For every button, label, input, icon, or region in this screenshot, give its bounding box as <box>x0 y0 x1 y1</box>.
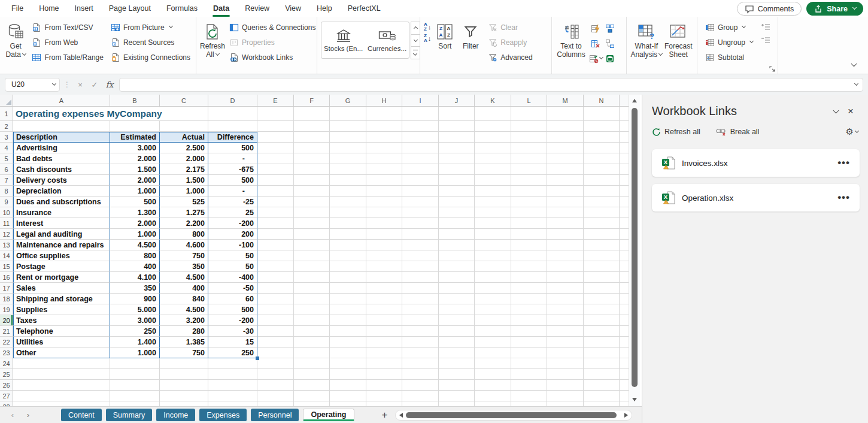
cell-I6[interactable] <box>402 164 439 175</box>
cell-H4[interactable] <box>366 143 402 153</box>
cell-F24[interactable] <box>294 358 330 369</box>
cell-I1[interactable] <box>402 107 439 121</box>
cell-F17[interactable] <box>294 283 330 294</box>
cell-I12[interactable] <box>402 229 439 240</box>
cell-C11[interactable]: 2.200 <box>160 218 208 229</box>
cell-filler9[interactable] <box>620 197 629 207</box>
cell-H21[interactable] <box>366 326 402 337</box>
row-header-11[interactable]: 11 <box>0 218 13 229</box>
cell-F22[interactable] <box>294 337 330 348</box>
scroll-down-icon[interactable] <box>632 398 637 401</box>
row-header-2[interactable]: 2 <box>0 121 13 132</box>
vertical-scrollbar[interactable] <box>629 95 640 406</box>
cell-N2[interactable] <box>584 121 620 132</box>
menu-tab-data[interactable]: Data <box>205 0 237 17</box>
cell-D22[interactable]: 15 <box>208 337 257 348</box>
cell-I3[interactable] <box>402 132 439 143</box>
cell-D12[interactable]: 200 <box>208 229 257 240</box>
cell-N12[interactable] <box>584 229 620 240</box>
linked-workbook-card[interactable]: X! Operation.xlsx ••• <box>652 184 860 212</box>
cell-I10[interactable] <box>402 207 439 218</box>
column-header-B[interactable]: B <box>110 95 160 107</box>
sort-ascending-button[interactable]: AZ↓ <box>424 22 431 32</box>
row-header-4[interactable]: 4 <box>0 143 13 153</box>
row-header-19[interactable]: 19 <box>0 304 13 315</box>
cell-B23[interactable]: 1.000 <box>110 348 160 358</box>
cell-F14[interactable] <box>294 250 330 261</box>
cell-N13[interactable] <box>584 240 620 250</box>
cell-K6[interactable] <box>475 164 511 175</box>
row-header-20[interactable]: 20 <box>0 315 13 326</box>
cell-N20[interactable] <box>584 315 620 326</box>
what-if-analysis-button[interactable]: ? What-If Analysis <box>630 20 663 59</box>
cell-I27[interactable] <box>402 391 439 401</box>
cell-F10[interactable] <box>294 207 330 218</box>
cell-M16[interactable] <box>547 272 584 283</box>
cell-B10[interactable]: 1.300 <box>110 207 160 218</box>
cell-filler19[interactable] <box>620 304 629 315</box>
break-all-links-button[interactable]: Break all <box>716 128 760 136</box>
workbook-links-button[interactable]: Workbook Links <box>226 50 318 65</box>
cell-D17[interactable]: -50 <box>208 283 257 294</box>
cell-B12[interactable]: 1.000 <box>110 229 160 240</box>
cell-G1[interactable] <box>330 107 366 121</box>
cell-D23[interactable]: 250 <box>208 348 257 358</box>
cell-E17[interactable] <box>257 283 294 294</box>
cell-K13[interactable] <box>475 240 511 250</box>
cell-K3[interactable] <box>475 132 511 143</box>
row-header-5[interactable]: 5 <box>0 153 13 164</box>
get-data-button[interactable]: Get Data <box>4 20 28 59</box>
cell-A12[interactable]: Legal and auditing <box>13 229 110 240</box>
flash-fill-button[interactable] <box>588 21 603 36</box>
cell-F23[interactable] <box>294 348 330 358</box>
cell-D7[interactable]: 500 <box>208 175 257 186</box>
cell-D4[interactable]: 500 <box>208 143 257 153</box>
cell-J17[interactable] <box>439 283 475 294</box>
cell-D20[interactable]: -200 <box>208 315 257 326</box>
cell-D11[interactable]: -200 <box>208 218 257 229</box>
cell-J2[interactable] <box>439 121 475 132</box>
cell-A5[interactable]: Bad debts <box>13 153 110 164</box>
cell-J16[interactable] <box>439 272 475 283</box>
enter-icon[interactable]: ✓ <box>89 80 100 89</box>
cell-M22[interactable] <box>547 337 584 348</box>
cell-H19[interactable] <box>366 304 402 315</box>
cell-I16[interactable] <box>402 272 439 283</box>
cell-filler27[interactable] <box>620 391 629 401</box>
cell-E2[interactable] <box>257 121 294 132</box>
row-header-18[interactable]: 18 <box>0 294 13 304</box>
cell-H12[interactable] <box>366 229 402 240</box>
cell-J4[interactable] <box>439 143 475 153</box>
cell-M1[interactable] <box>547 107 584 121</box>
cell-D21[interactable]: -30 <box>208 326 257 337</box>
cell-filler8[interactable] <box>620 186 629 197</box>
cell-G16[interactable] <box>330 272 366 283</box>
cell-J24[interactable] <box>439 358 475 369</box>
cell-N9[interactable] <box>584 197 620 207</box>
cell-M26[interactable] <box>547 380 584 391</box>
cell-J18[interactable] <box>439 294 475 304</box>
cell-G11[interactable] <box>330 218 366 229</box>
cell-F4[interactable] <box>294 143 330 153</box>
vertical-scrollbar-thumb[interactable] <box>632 108 638 387</box>
row-header-3[interactable]: 3 <box>0 132 13 143</box>
cell-M15[interactable] <box>547 261 584 272</box>
menu-tab-home[interactable]: Home <box>31 0 66 17</box>
cell-N28[interactable] <box>584 401 620 406</box>
refresh-all-button[interactable]: Refresh All <box>200 20 225 59</box>
cell-B26[interactable] <box>110 380 160 391</box>
cell-G17[interactable] <box>330 283 366 294</box>
group-button[interactable]: Group <box>702 20 756 35</box>
cell-G7[interactable] <box>330 175 366 186</box>
cell-A4[interactable]: Advertising <box>13 143 110 153</box>
cell-K9[interactable] <box>475 197 511 207</box>
cell-N11[interactable] <box>584 218 620 229</box>
cell-F19[interactable] <box>294 304 330 315</box>
cell-B17[interactable]: 350 <box>110 283 160 294</box>
cell-N26[interactable] <box>584 380 620 391</box>
row-header-21[interactable]: 21 <box>0 326 13 337</box>
cell-A9[interactable]: Dues and subscriptions <box>13 197 110 207</box>
cell-filler28[interactable] <box>620 401 629 406</box>
cell-filler14[interactable] <box>620 250 629 261</box>
cell-D28[interactable] <box>208 401 257 406</box>
